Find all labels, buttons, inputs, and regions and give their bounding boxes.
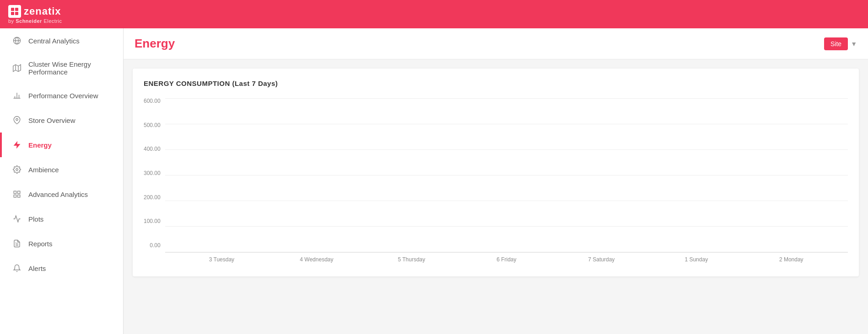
svg-rect-18: [18, 191, 20, 193]
chart-card: ENERGY CONSUMPTION (Last 7 Days) 0.00100…: [133, 69, 859, 276]
x-axis-label: 4 Wednesday: [269, 256, 364, 263]
gear-icon: [12, 164, 22, 175]
doc-icon: [12, 239, 22, 249]
y-axis-label: 100.00: [144, 218, 161, 224]
svg-rect-3: [15, 12, 18, 15]
dropdown-arrow-icon[interactable]: ▼: [851, 40, 857, 48]
x-axis-label: 2 Monday: [744, 256, 839, 263]
sidebar-label-performance-overview: Performance Overview: [28, 92, 98, 100]
sidebar-label-alerts: Alerts: [28, 265, 46, 272]
sidebar-label-cluster-wise: Cluster Wise Energy Performance: [28, 60, 113, 76]
content-area: Energy Site ▼ ENERGY CONSUMPTION (Last 7…: [124, 28, 868, 334]
y-axis-label: 300.00: [144, 170, 161, 176]
sidebar-label-energy: Energy: [28, 141, 52, 149]
pin-icon: [12, 115, 22, 125]
svg-point-16: [16, 169, 18, 171]
bars-and-lines: [165, 98, 848, 253]
svg-marker-7: [13, 65, 21, 72]
bars-row: [165, 98, 848, 252]
bolt-icon: [12, 140, 22, 150]
svg-rect-20: [14, 195, 16, 197]
sidebar: Central Analytics Cluster Wise Energy Pe…: [0, 28, 124, 334]
x-axis-label: 1 Sunday: [649, 256, 744, 263]
y-axis-label: 500.00: [144, 122, 161, 128]
sidebar-label-plots: Plots: [28, 215, 43, 223]
brand-sub-bold: Schneider: [16, 18, 42, 24]
grid-icon: [12, 189, 22, 199]
y-axis-label: 0.00: [150, 243, 160, 248]
sidebar-label-ambience: Ambience: [28, 166, 59, 174]
y-axis-label: 200.00: [144, 195, 161, 200]
sidebar-item-alerts[interactable]: Alerts: [0, 256, 123, 281]
brand-name: zenatix: [24, 5, 61, 17]
sidebar-item-advanced-analytics[interactable]: Advanced Analytics: [0, 182, 123, 207]
svg-rect-0: [11, 8, 14, 11]
bell-icon: [12, 263, 22, 273]
sidebar-item-central-analytics[interactable]: Central Analytics: [0, 28, 123, 53]
chart-container: ENERGY CONSUMPTION (Last 7 Days) 0.00100…: [124, 59, 868, 334]
svg-rect-17: [14, 191, 16, 193]
brand-title: zenatix: [8, 5, 61, 18]
y-axis-label: 600.00: [144, 98, 161, 104]
main-body: Central Analytics Cluster Wise Energy Pe…: [0, 28, 868, 334]
brand-icon: [8, 5, 21, 18]
site-dropdown: Site ▼: [824, 37, 857, 50]
sidebar-label-store-overview: Store Overview: [28, 117, 75, 124]
svg-marker-15: [14, 142, 20, 148]
sidebar-label-advanced-analytics: Advanced Analytics: [28, 191, 88, 198]
sidebar-item-ambience[interactable]: Ambience: [0, 157, 123, 182]
logo-area: zenatix by Schneider Electric: [8, 5, 62, 24]
site-button[interactable]: Site: [824, 37, 848, 50]
brand-subtitle: by Schneider Electric: [8, 18, 62, 24]
sidebar-item-store-overview[interactable]: Store Overview: [0, 108, 123, 133]
top-header: zenatix by Schneider Electric: [0, 0, 868, 28]
chart-title: ENERGY CONSUMPTION (Last 7 Days): [144, 80, 848, 87]
svg-point-14: [16, 118, 18, 121]
bar-chart-icon: [12, 90, 22, 101]
sidebar-item-reports[interactable]: Reports: [0, 231, 123, 256]
globe-icon: [12, 36, 22, 46]
sidebar-label-reports: Reports: [28, 240, 53, 248]
y-axis: 0.00100.00200.00300.00400.00500.00600.00: [144, 98, 165, 263]
map-icon: [12, 63, 22, 73]
trend-icon: [12, 214, 22, 224]
y-axis-label: 400.00: [144, 146, 161, 152]
page-title: Energy: [135, 37, 175, 51]
x-axis-label: 6 Friday: [459, 256, 554, 263]
x-axis-label: 5 Thursday: [364, 256, 459, 263]
sidebar-item-plots[interactable]: Plots: [0, 207, 123, 231]
svg-rect-1: [15, 8, 18, 11]
content-header: Energy Site ▼: [124, 28, 868, 59]
sidebar-item-performance-overview[interactable]: Performance Overview: [0, 83, 123, 108]
sidebar-item-energy[interactable]: Energy: [0, 133, 123, 157]
sidebar-item-cluster-wise[interactable]: Cluster Wise Energy Performance: [0, 53, 123, 83]
brand-svg: [10, 7, 19, 16]
sidebar-label-central-analytics: Central Analytics: [28, 37, 80, 45]
x-labels: 3 Tuesday4 Wednesday5 Thursday6 Friday7 …: [165, 253, 848, 263]
x-axis-label: 7 Saturday: [554, 256, 649, 263]
bar-chart-wrapper: 0.00100.00200.00300.00400.00500.00600.00…: [144, 98, 848, 263]
chart-plot-area: 3 Tuesday4 Wednesday5 Thursday6 Friday7 …: [165, 98, 848, 263]
svg-rect-19: [18, 195, 20, 197]
svg-rect-2: [11, 12, 14, 15]
x-axis-label: 3 Tuesday: [174, 256, 269, 263]
